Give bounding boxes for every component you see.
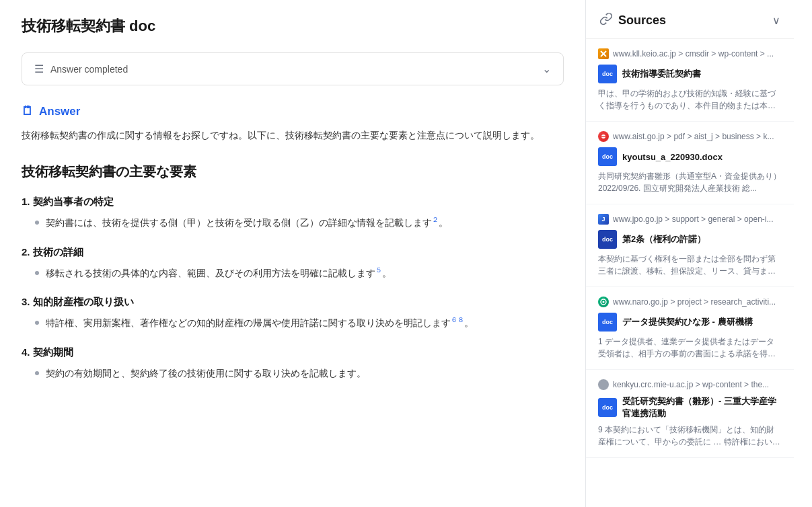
- source-item-4[interactable]: www.naro.go.jp > project > research_acti…: [586, 287, 794, 370]
- section-1-title: 1. 契約当事者の特定: [22, 196, 564, 208]
- source-5-title-row: doc 受託研究契約書（雛形）- 三重大学産学官連携活動: [598, 395, 782, 420]
- section-2-list: 移転される技術の具体的な内容、範囲、及びその利用方法を明確に記載します５。: [22, 266, 564, 282]
- list-item-text: 特許権、実用新案権、著作権などの知的財産権の帰属や使用許諾に関する取り決めを明記…: [46, 315, 474, 332]
- list-item: 移転される技術の具体的な内容、範囲、及びその利用方法を明確に記載します５。: [35, 266, 564, 282]
- source-4-domain-row: www.naro.go.jp > project > research_acti…: [598, 297, 782, 307]
- source-1-favicon: [598, 48, 609, 59]
- source-4-title: データ提供契約ひな形 - 農研機構: [622, 316, 753, 328]
- ref-8: ８: [457, 317, 464, 324]
- source-1-excerpt: 甲は、甲の学術的および技術的知識・経験に基づく指導を行うものであり、本件目的物ま…: [598, 87, 782, 112]
- source-3-title-row: doc 第2条（権利の許諾）: [598, 230, 782, 249]
- source-2-domain-row: www.aist.go.jp > pdf > aist_j > business…: [598, 131, 782, 142]
- source-4-domain-text: www.naro.go.jp > project > research_acti…: [613, 297, 776, 307]
- source-1-title-row: doc 技術指導委託契約書: [598, 65, 782, 83]
- section-3: 3. 知的財産権の取り扱い 特許権、実用新案権、著作権などの知的財産権の帰属や使…: [22, 296, 564, 332]
- source-4-docx-icon: doc: [598, 313, 617, 332]
- answer-bar[interactable]: ☰ Answer completed ⌄: [22, 52, 564, 85]
- section-3-list: 特許権、実用新案権、著作権などの知的財産権の帰属や使用許諾に関する取り決めを明記…: [22, 315, 564, 332]
- link-icon: [599, 12, 613, 29]
- answer-bar-left: ☰ Answer completed: [34, 63, 128, 75]
- source-item-2[interactable]: www.aist.go.jp > pdf > aist_j > business…: [586, 122, 794, 204]
- sidebar-header: Sources ∨: [586, 0, 794, 39]
- bullet-dot: [35, 371, 39, 375]
- list-item: 契約の有効期間と、契約終了後の技術使用に関する取り決めを記載します。: [35, 366, 564, 382]
- answer-bar-label: Answer completed: [50, 64, 128, 75]
- sidebar-title: Sources: [618, 13, 666, 28]
- section-4-title: 4. 契約期間: [22, 346, 564, 359]
- source-3-title: 第2条（権利の許諾）: [622, 233, 706, 245]
- sidebar-collapse-icon[interactable]: ∨: [772, 14, 780, 27]
- sidebar: Sources ∨ www.kll.keio.ac.jp > cmsdir > …: [585, 0, 794, 507]
- answer-document-icon: 🗒: [22, 104, 34, 118]
- list-item-text: 契約の有効期間と、契約終了後の技術使用に関する取り決めを記載します。: [46, 366, 366, 382]
- source-2-excerpt: 共同研究契約書雛形（共通室型A・資金提供あり）2022/09/26. 国立研究開…: [598, 170, 782, 194]
- source-3-docx-icon: doc: [598, 230, 617, 249]
- section-3-title: 3. 知的財産権の取り扱い: [22, 296, 564, 309]
- bullet-dot: [35, 221, 39, 225]
- source-2-domain-text: www.aist.go.jp > pdf > aist_j > business…: [613, 132, 774, 141]
- ref-6: ６: [451, 317, 457, 324]
- section-4-list: 契約の有効期間と、契約終了後の技術使用に関する取り決めを記載します。: [22, 366, 564, 382]
- source-item-1[interactable]: www.kll.keio.ac.jp > cmsdir > wp-content…: [586, 39, 794, 122]
- list-item-text: 契約書には、技術を提供する側（甲）と技術を受け取る側（乙）の詳細な情報を記載しま…: [46, 215, 448, 231]
- source-2-favicon: [598, 131, 609, 142]
- sidebar-header-left: Sources: [599, 12, 666, 29]
- source-item-5[interactable]: kenkyu.crc.mie-u.ac.jp > wp-content > th…: [586, 370, 794, 458]
- source-1-domain-row: www.kll.keio.ac.jp > cmsdir > wp-content…: [598, 48, 782, 59]
- source-5-docx-icon: doc: [598, 398, 617, 417]
- source-4-title-row: doc データ提供契約ひな形 - 農研機構: [598, 313, 782, 332]
- source-2-title: kyoutsu_a_220930.docx: [622, 152, 723, 162]
- list-item-text: 移転される技術の具体的な内容、範囲、及びその利用方法を明確に記載します５。: [46, 266, 392, 282]
- answer-bar-icon: ☰: [34, 63, 44, 75]
- answer-header: 🗒 Answer: [22, 104, 564, 118]
- ref-5: ５: [375, 266, 382, 274]
- source-5-excerpt: 9 本契約において「技術移転機関」とは、知的財産権について、甲からの委託に … …: [598, 424, 782, 448]
- section-2-title: 2. 技術の詳細: [22, 246, 564, 259]
- section-2: 2. 技術の詳細 移転される技術の具体的な内容、範囲、及びその利用方法を明確に記…: [22, 246, 564, 282]
- svg-point-5: [603, 301, 605, 303]
- section-4: 4. 契約期間 契約の有効期間と、契約終了後の技術使用に関する取り決めを記載しま…: [22, 346, 564, 382]
- section-1-list: 契約書には、技術を提供する側（甲）と技術を受け取る側（乙）の詳細な情報を記載しま…: [22, 215, 564, 231]
- section-1: 1. 契約当事者の特定 契約書には、技術を提供する側（甲）と技術を受け取る側（乙…: [22, 196, 564, 231]
- source-2-title-row: doc kyoutsu_a_220930.docx: [598, 147, 782, 166]
- source-1-domain-text: www.kll.keio.ac.jp > cmsdir > wp-content…: [613, 49, 774, 58]
- source-3-excerpt: 本契約に基づく権利を一部または全部を問わず第三者に譲渡、移転、担保設定、リース、…: [598, 253, 782, 277]
- source-5-domain-row: kenkyu.crc.mie-u.ac.jp > wp-content > th…: [598, 379, 782, 390]
- source-5-domain-text: kenkyu.crc.mie-u.ac.jp > wp-content > th…: [613, 380, 769, 389]
- answer-section: 🗒 Answer 技術移転契約書の作成に関する情報をお探しですね。以下に、技術移…: [22, 104, 564, 144]
- source-5-title: 受託研究契約書（雛形）- 三重大学産学官連携活動: [622, 395, 782, 420]
- list-item: 特許権、実用新案権、著作権などの知的財産権の帰属や使用許諾に関する取り決めを明記…: [35, 315, 564, 332]
- source-4-favicon: [598, 297, 609, 307]
- source-1-docx-icon: doc: [598, 65, 617, 83]
- source-2-docx-icon: doc: [598, 147, 617, 166]
- answer-intro-text: 技術移転契約書の作成に関する情報をお探しですね。以下に、技術移転契約書の主要な要…: [22, 128, 564, 144]
- main-section-title: 技術移転契約書の主要な要素: [22, 163, 564, 181]
- bullet-dot: [35, 271, 39, 275]
- source-1-title: 技術指導委託契約書: [622, 68, 701, 80]
- ref-2: ２: [432, 216, 439, 223]
- source-5-favicon: [598, 379, 609, 390]
- source-3-favicon: J: [598, 214, 609, 225]
- source-3-domain-text: www.jpo.go.jp > support > general > open…: [613, 214, 773, 224]
- source-3-domain-row: J www.jpo.go.jp > support > general > op…: [598, 214, 782, 225]
- page-title: 技術移転契約書 doc: [22, 16, 564, 36]
- main-content: 技術移転契約書 doc ☰ Answer completed ⌄ 🗒 Answe…: [0, 0, 585, 507]
- source-4-excerpt: 1 データ提供者、連業データ提供者またはデータ受領者は、相手方の事前の書面による…: [598, 336, 782, 360]
- bullet-dot: [35, 321, 39, 325]
- answer-header-label: Answer: [39, 105, 80, 118]
- source-item-3[interactable]: J www.jpo.go.jp > support > general > op…: [586, 204, 794, 287]
- list-item: 契約書には、技術を提供する側（甲）と技術を受け取る側（乙）の詳細な情報を記載しま…: [35, 215, 564, 231]
- answer-bar-chevron-icon[interactable]: ⌄: [542, 63, 551, 75]
